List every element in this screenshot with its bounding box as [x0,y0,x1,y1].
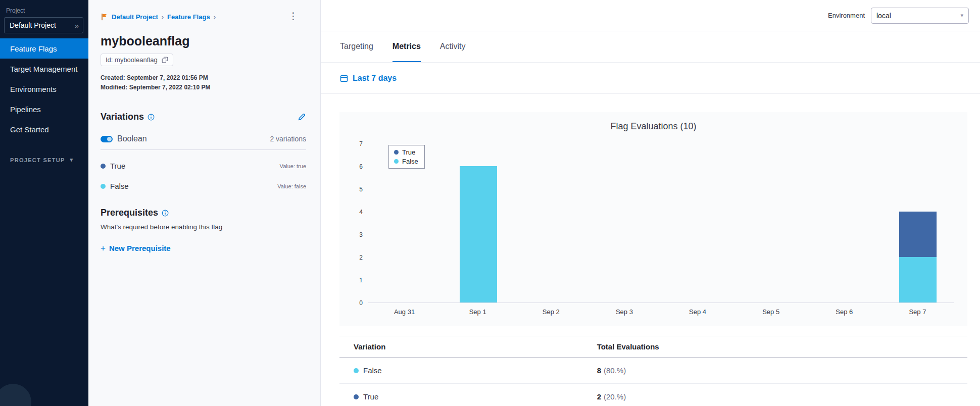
date-range-picker[interactable]: Last 7 days [340,74,397,83]
breadcrumb: Default Project › Feature Flags › [101,0,306,21]
variation-value: Value: true [280,163,306,169]
chart-column [588,144,661,302]
evaluation-count: 8 [597,366,601,375]
x-axis-label: Sep 2 [514,308,587,316]
variation-type: Boolean [117,134,147,143]
variation-color-dot [101,164,106,169]
y-axis-tick: 4 [359,209,363,216]
sidebar-item-environments[interactable]: Environments [0,79,88,99]
y-axis-tick: 7 [359,140,363,147]
variations-heading: Variations [101,112,144,122]
legend-label: True [402,148,415,156]
plus-icon: + [101,244,106,252]
new-prerequisite-button[interactable]: + New Prerequisite [101,244,171,252]
prerequisites-header: Prerequisites [101,208,306,218]
sidebar-item-target-management[interactable]: Target Management [0,59,88,79]
sidebar-item-feature-flags[interactable]: Feature Flags [0,38,88,59]
prerequisites-description: What's required before enabling this fla… [101,223,306,231]
variation-color-dot [354,394,359,399]
bar-stack [899,212,937,302]
variation-row: TrueValue: true [101,162,306,170]
bar-false-sep-1[interactable] [460,166,497,302]
evaluation-count: 2 [597,392,601,401]
evaluations-table-body: False8(80.%)True2(20.%) [339,358,967,406]
harness-logo [0,384,31,406]
chart-column [515,144,588,302]
legend-label: False [402,158,418,165]
variation-list: TrueValue: trueFalseValue: false [101,162,306,190]
table-cell-evaluations: 8(80.%) [597,366,967,375]
new-prerequisite-label: New Prerequisite [109,244,171,252]
y-axis-tick: 2 [359,254,363,261]
flag-title: mybooleanflag [101,34,306,48]
table-cell-variation: False [339,366,597,375]
table-row: True2(20.%) [339,384,967,406]
chevron-down-icon: ▾ [70,157,73,163]
tab-targeting[interactable]: Targeting [340,31,373,62]
flag-evaluations-chart: Flag Evaluations (10) 01234567 TrueFalse… [339,112,967,326]
flag-options-menu-button[interactable]: ⋮ [288,11,298,21]
variation-name: True [110,162,125,170]
breadcrumb-project-link[interactable]: Default Project [112,13,158,21]
date-filter-row: Last 7 days [321,63,980,94]
chart-columns [368,144,954,302]
x-axis-label: Sep 7 [881,308,954,316]
topbar: Environment local ▾ [321,0,980,31]
edit-variations-button[interactable] [298,113,306,121]
table-cell-evaluations: 2(20.%) [597,392,967,401]
sidebar-item-pipelines[interactable]: Pipelines [0,99,88,119]
chart-column [661,144,734,302]
chart-legend: TrueFalse [388,145,425,169]
chevron-right-icon: › [214,13,216,21]
info-icon[interactable] [148,114,155,121]
tab-activity[interactable]: Activity [440,31,466,62]
column-header-total-evaluations: Total Evaluations [597,342,967,351]
table-row: False8(80.%) [339,358,967,384]
evaluation-percentage: (80.%) [604,366,626,375]
variation-row: FalseValue: false [101,182,306,190]
calendar-icon [340,74,348,82]
chart-y-axis: 01234567 [353,144,368,303]
flag-modified-date: Modified: September 7, 2022 02:10 PM [101,83,306,92]
chart-plot: TrueFalse [368,144,954,303]
y-axis-tick: 0 [359,299,363,307]
variations-header: Variations [101,112,306,122]
x-axis-label: Sep 6 [808,308,881,316]
breadcrumb-feature-flags-link[interactable]: Feature Flags [167,13,210,21]
chart-body: 01234567 TrueFalse Aug 31Sep 1Sep 2Sep 3… [353,144,954,316]
project-label: Project [6,7,88,14]
column-header-variation: Variation [339,342,597,351]
main-content: Environment local ▾ TargetingMetricsActi… [321,0,980,406]
x-axis-label: Aug 31 [368,308,441,316]
variation-color-dot [354,368,359,373]
legend-entry-true: True [394,148,418,156]
sidebar-nav: Feature FlagsTarget ManagementEnvironmen… [0,38,88,139]
bar-false-sep-7[interactable] [899,257,937,302]
double-chevron-right-icon: » [75,21,79,30]
legend-dot [394,159,399,164]
flag-id-badge: Id: mybooleanflag [101,54,173,66]
variation-value: Value: false [277,183,306,189]
copy-icon[interactable] [162,57,168,63]
app-root: Project Default Project » Feature FlagsT… [0,0,980,406]
divider [101,149,306,150]
variation-type-row: Boolean 2 variations [101,134,306,143]
bar-true-sep-7[interactable] [899,212,937,257]
flag-detail-panel: Default Project › Feature Flags › ⋮ mybo… [88,0,321,406]
sidebar-item-get-started[interactable]: Get Started [0,119,88,139]
table-variation-name: False [363,366,382,375]
info-icon[interactable] [162,210,169,217]
sidebar-item-project-setup[interactable]: PROJECT SETUP ▾ [0,157,88,163]
table-variation-name: True [363,392,378,401]
boolean-toggle-icon [101,136,113,142]
date-range-label: Last 7 days [353,74,397,83]
sidebar: Project Default Project » Feature FlagsT… [0,0,88,406]
tab-bar: TargetingMetricsActivity [321,31,980,63]
environment-select[interactable]: local ▾ [871,8,969,24]
flag-created-date: Created: September 7, 2022 01:56 PM [101,73,306,83]
legend-dot [394,150,399,155]
project-selector[interactable]: Default Project » [4,17,83,33]
variation-name: False [110,182,129,190]
chart-column [881,144,954,302]
tab-metrics[interactable]: Metrics [393,31,421,62]
